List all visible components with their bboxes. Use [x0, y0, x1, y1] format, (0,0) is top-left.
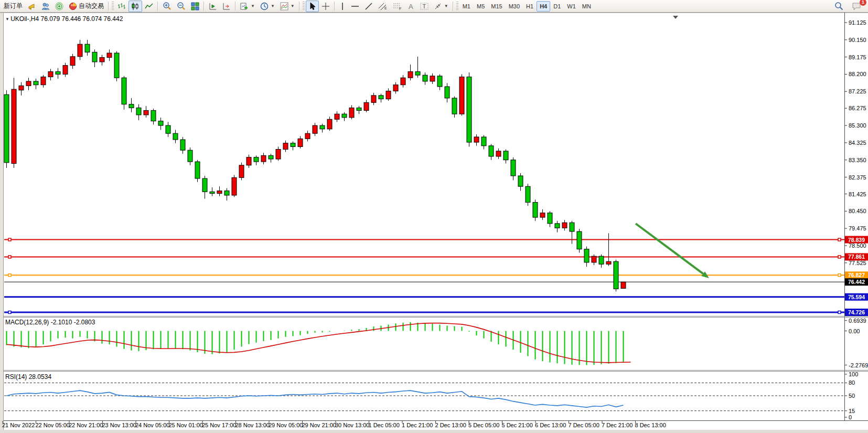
timeframe-H4[interactable]: H4: [537, 1, 550, 12]
timeframe-D1[interactable]: D1: [550, 1, 564, 12]
chart-canvas[interactable]: 91.12590.15089.17588.20087.22586.27585.3…: [0, 13, 868, 433]
svg-text:A: A: [409, 3, 413, 10]
svg-text:F: F: [399, 7, 401, 10]
text-tool-button[interactable]: A: [405, 1, 417, 12]
chart-window[interactable]: 91.12590.15089.17588.20087.22586.27585.3…: [0, 13, 868, 433]
clock-icon: [260, 2, 269, 10]
candlestick-icon: [131, 2, 140, 10]
signals-icon: [55, 2, 63, 10]
price-tick-label: 88.200: [849, 71, 866, 77]
symbol-name: UKOil-,H4: [10, 15, 39, 23]
timeframe-M5[interactable]: M5: [474, 1, 488, 12]
profiles-button[interactable]: [39, 1, 52, 12]
search-icon: [834, 2, 843, 10]
toolbar-separator: [108, 2, 109, 11]
toolbar-separator: [157, 2, 158, 11]
rsi-indicator-label: RSI(14) 28.0534: [5, 373, 51, 381]
timeframe-M15[interactable]: M15: [488, 1, 505, 12]
candle: [621, 282, 626, 289]
time-tick-label: 22 Nov 21:00: [69, 422, 103, 428]
candle: [239, 163, 244, 181]
new-chart-icon: [240, 2, 249, 10]
price-tick-label: 79.475: [849, 225, 866, 231]
text-label-tool-button[interactable]: T: [417, 1, 431, 12]
zoom-in-button[interactable]: [160, 1, 174, 12]
time-tick-label: 8 Dec 13:00: [635, 422, 666, 428]
arrows-tool-button[interactable]: ▼: [431, 1, 451, 12]
vertical-line-icon: [339, 2, 346, 10]
channel-tool-button[interactable]: E: [376, 1, 390, 12]
timeframe-M1[interactable]: M1: [459, 1, 474, 12]
line-chart-icon: [145, 2, 153, 10]
chart-type-candles-button[interactable]: [128, 1, 142, 12]
time-tick-label: 30 Nov 13:00: [335, 422, 369, 428]
time-tick-label: 29 Nov 21:00: [302, 422, 336, 428]
autotrade-ball-icon: [69, 2, 77, 10]
chart-type-bars-button[interactable]: [115, 1, 128, 12]
equidistant-channel-icon: E: [378, 2, 388, 10]
timeframe-MN[interactable]: MN: [579, 1, 594, 12]
main-toolbar: 新订单 自动交易 ▼ ▼: [0, 0, 868, 13]
macd-tick-label: 0.6939: [849, 318, 866, 324]
vertical-line-tool-button[interactable]: [337, 1, 348, 12]
svg-text:T: T: [422, 3, 426, 9]
auto-scroll-button[interactable]: [206, 1, 220, 12]
toolbar-drag-handle[interactable]: [112, 2, 114, 11]
fibonacci-tool-button[interactable]: F: [390, 1, 405, 12]
time-tick-label: 22 Nov 05:00: [36, 422, 70, 428]
time-tick-label: 6 Dec 13:00: [535, 422, 566, 428]
timeframe-M30[interactable]: M30: [506, 1, 523, 12]
zoom-out-button[interactable]: [174, 1, 188, 12]
toolbar-drag-handle[interactable]: [303, 2, 305, 11]
chart-title-overlay: ▼ UKOil-,H4 76.079 76.446 76.074 76.442: [5, 15, 123, 23]
price-tick-label: 83.350: [849, 157, 866, 163]
crosshair-tool-button[interactable]: [319, 1, 333, 12]
candle: [114, 51, 119, 81]
text-label-icon: T: [420, 2, 428, 10]
chart-type-line-button[interactable]: [142, 1, 156, 12]
price-badge: 77.861: [845, 253, 868, 260]
new-chart-button[interactable]: ▼: [238, 1, 258, 12]
chevron-down-icon: ▼: [251, 4, 255, 8]
trendline-icon: [365, 2, 373, 10]
chevron-down-icon: ▼: [5, 17, 10, 22]
timeframe-W1[interactable]: W1: [564, 1, 579, 12]
notification-count-badge: 1: [860, 0, 866, 6]
megaphone-icon[interactable]: [25, 1, 39, 12]
new-order-button[interactable]: 新订单: [1, 1, 25, 12]
price-tick-label: 90.150: [849, 37, 866, 43]
svg-text:E: E: [384, 6, 387, 10]
tile-windows-button[interactable]: [188, 1, 202, 12]
candle: [614, 260, 618, 292]
candle: [459, 74, 464, 115]
profile-icon: [41, 2, 50, 10]
timeframe-bar: M1M5M15M30H1H4D1W1MN: [459, 1, 594, 12]
notifications-button[interactable]: 1: [849, 1, 864, 12]
svg-text:78.839: 78.839: [848, 237, 865, 243]
candle: [526, 184, 530, 206]
fibonacci-icon: F: [393, 2, 402, 10]
rsi-tick-label: 0: [849, 414, 852, 420]
indicators-button[interactable]: ▼: [277, 1, 297, 12]
time-tick-label: 21 Nov 2022: [2, 422, 35, 428]
svg-text:75.594: 75.594: [848, 294, 865, 300]
macd-indicator-label: MACD(12,26,9) -2.1010 -2.0803: [5, 319, 95, 326]
trendline-tool-button[interactable]: [362, 1, 376, 12]
cursor-tool-button[interactable]: [306, 1, 319, 12]
timeframe-H1[interactable]: H1: [523, 1, 537, 12]
chart-shift-button[interactable]: [220, 1, 233, 12]
candle: [232, 175, 237, 197]
time-tick-label: 1 Dec 21:00: [402, 422, 433, 428]
svg-text:74.726: 74.726: [848, 309, 865, 315]
search-button[interactable]: [832, 1, 846, 12]
price-tick-label: 87.225: [849, 88, 866, 94]
auto-trading-button[interactable]: 自动交易: [66, 1, 106, 12]
horizontal-line-tool-button[interactable]: [348, 1, 362, 12]
time-tick-label: 24 Nov 05:00: [135, 422, 169, 428]
signals-button[interactable]: [52, 1, 66, 12]
price-badge: 76.827: [845, 271, 868, 279]
periods-button[interactable]: ▼: [258, 1, 277, 12]
zoom-out-icon: [177, 2, 186, 10]
toolbar-drag-handle[interactable]: [456, 2, 458, 11]
window-left-edge: [0, 13, 4, 433]
